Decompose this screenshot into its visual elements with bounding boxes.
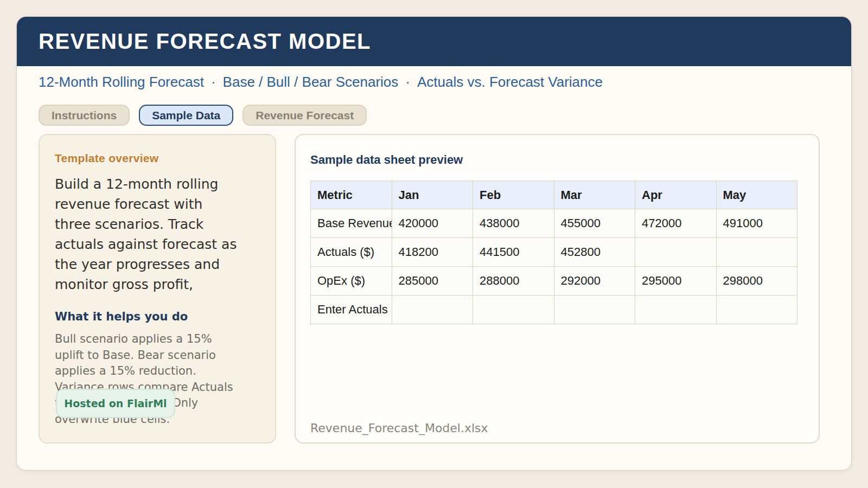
- metric-cell: Actuals ($): [311, 238, 392, 267]
- table-row: Actuals ($)418200441500452800: [311, 238, 797, 267]
- feature-item-rolling-forecast: 12-Month Rolling Forecast: [39, 74, 204, 90]
- column-header: Mar: [554, 181, 635, 209]
- value-cell: [392, 296, 473, 324]
- column-header: May: [716, 181, 797, 209]
- overview-heading: Template overview: [55, 152, 260, 165]
- value-cell: 295000: [635, 267, 717, 296]
- template-overview-panel: Template overview Build a 12-month rolli…: [39, 134, 276, 444]
- tab-sample-data[interactable]: Sample Data: [139, 105, 233, 126]
- overview-description: Build a 12-month rolling revenue forecas…: [55, 174, 260, 294]
- metric-cell: Enter Actuals: [311, 296, 392, 324]
- sheet-tabs: Instructions Sample Data Revenue Forecas…: [39, 105, 829, 126]
- metric-cell: OpEx ($): [311, 267, 392, 296]
- table-row: Enter Actuals: [311, 296, 797, 324]
- value-cell: [635, 238, 717, 267]
- column-header: Metric: [311, 181, 392, 209]
- value-cell: [716, 296, 797, 324]
- column-header: Apr: [635, 181, 717, 209]
- table-header: MetricJanFebMarAprMay: [311, 181, 797, 209]
- column-header: Feb: [473, 181, 554, 209]
- value-cell: 418200: [392, 238, 473, 267]
- preview-heading: Sample data sheet preview: [310, 153, 804, 167]
- value-cell: 491000: [716, 209, 797, 238]
- header-bar: REVENUE FORECAST MODEL: [17, 17, 851, 66]
- table-header-row: MetricJanFebMarAprMay: [311, 181, 797, 209]
- value-cell: 285000: [392, 267, 473, 296]
- page-title: REVENUE FORECAST MODEL: [39, 29, 371, 54]
- sample-data-table: MetricJanFebMarAprMay Base Revenue420000…: [310, 181, 797, 324]
- value-cell: [554, 296, 635, 324]
- tab-revenue-forecast[interactable]: Revenue Forecast: [242, 105, 367, 126]
- value-cell: 438000: [473, 209, 554, 238]
- sample-data-panel: Sample data sheet preview MetricJanFebMa…: [295, 134, 820, 444]
- value-cell: [635, 296, 717, 324]
- value-cell: 455000: [554, 209, 635, 238]
- value-cell: 441500: [473, 238, 554, 267]
- hosted-badge: Hosted on FlairMl: [56, 389, 175, 418]
- feature-item-variance: Actuals vs. Forecast Variance: [417, 74, 603, 90]
- what-it-helps-heading: What it helps you do: [55, 310, 260, 323]
- table-row: OpEx ($)285000288000292000295000298000: [311, 267, 797, 296]
- workbook-filename: Revenue_Forecast_Model.xlsx: [310, 421, 488, 435]
- value-cell: 288000: [473, 267, 554, 296]
- hosted-badge-label: Hosted on FlairMl: [64, 397, 167, 409]
- separator-dot: ·: [204, 74, 223, 90]
- value-cell: 472000: [635, 209, 717, 238]
- value-cell: 292000: [554, 267, 635, 296]
- tab-instructions[interactable]: Instructions: [39, 105, 130, 126]
- separator-dot: ·: [398, 74, 417, 90]
- column-header: Jan: [392, 181, 473, 209]
- metric-cell: Base Revenue: [311, 209, 392, 238]
- value-cell: 420000: [392, 209, 473, 238]
- value-cell: 298000: [716, 267, 797, 296]
- table-row: Base Revenue4200004380004550004720004910…: [311, 209, 797, 238]
- value-cell: [473, 296, 554, 324]
- feature-breadcrumb: 12-Month Rolling Forecast·Base / Bull / …: [39, 74, 829, 91]
- value-cell: [716, 238, 797, 267]
- table-body: Base Revenue4200004380004550004720004910…: [311, 209, 797, 324]
- template-window: REVENUE FORECAST MODEL 12-Month Rolling …: [16, 16, 852, 471]
- feature-item-scenarios: Base / Bull / Bear Scenarios: [223, 74, 399, 90]
- value-cell: 452800: [554, 238, 635, 267]
